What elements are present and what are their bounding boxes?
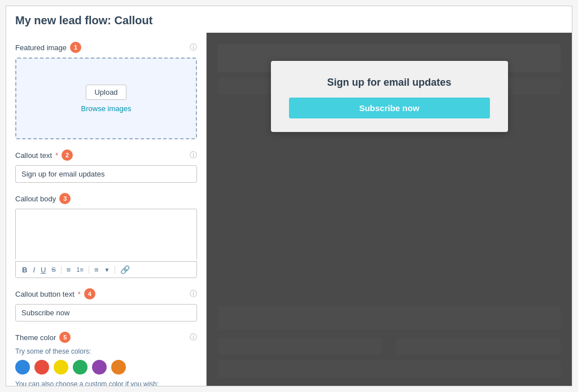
toolbar-link-button[interactable]: 🔗 bbox=[119, 264, 132, 275]
step-badge-1: 1 bbox=[70, 42, 81, 53]
step-badge-4: 4 bbox=[84, 288, 95, 299]
callout-text-section: Callout text * 2 ⓘ bbox=[15, 149, 197, 183]
callout-text-info-icon[interactable]: ⓘ bbox=[190, 150, 197, 160]
toolbar-strikethrough-button[interactable]: S bbox=[50, 265, 57, 274]
rich-text-toolbar: B I U S ≡ 1≡ ≡ ▼ 🔗 bbox=[15, 261, 197, 278]
color-swatch-blue[interactable] bbox=[15, 360, 30, 375]
theme-color-label: Theme color bbox=[15, 333, 56, 342]
color-swatch-orange[interactable] bbox=[111, 360, 126, 375]
callout-text-required: * bbox=[55, 151, 58, 160]
step-badge-5: 5 bbox=[59, 332, 71, 343]
toolbar-bold-button[interactable]: B bbox=[20, 265, 29, 275]
featured-image-label-row: Featured image 1 ⓘ bbox=[15, 42, 197, 53]
try-colors-label: Try some of these colors: bbox=[15, 347, 197, 355]
image-drop-zone[interactable]: Upload Browse images bbox=[15, 58, 197, 139]
toolbar-separator-2 bbox=[89, 266, 89, 274]
color-swatches bbox=[15, 360, 197, 375]
callout-preview-card: Sign up for email updates Subscribe now bbox=[271, 61, 508, 132]
theme-color-label-row: Theme color 5 ⓘ bbox=[15, 332, 197, 343]
callout-body-label: Callout body bbox=[15, 195, 56, 203]
upload-button[interactable]: Upload bbox=[86, 85, 126, 100]
color-swatch-green[interactable] bbox=[73, 360, 87, 375]
callout-text-label: Callout text bbox=[15, 151, 52, 160]
callout-preview-title: Sign up for email updates bbox=[327, 77, 451, 89]
callout-preview-button[interactable]: Subscribe now bbox=[289, 98, 490, 118]
callout-button-text-section: Callout button text * 4 ⓘ bbox=[15, 288, 197, 321]
toolbar-separator-3 bbox=[115, 266, 115, 274]
step-badge-2: 2 bbox=[62, 149, 73, 161]
preview-panel: Sign up for email updates Subscribe now bbox=[207, 33, 572, 386]
callout-button-text-input[interactable] bbox=[15, 304, 197, 321]
step-badge-3: 3 bbox=[59, 193, 71, 204]
bg-block-6 bbox=[218, 360, 561, 377]
bg-block-5 bbox=[396, 338, 561, 355]
theme-color-info-icon[interactable]: ⓘ bbox=[190, 332, 197, 342]
callout-text-input[interactable] bbox=[15, 165, 197, 183]
callout-body-label-row: Callout body 3 bbox=[15, 193, 197, 204]
color-swatch-red[interactable] bbox=[34, 360, 49, 375]
toolbar-align-button[interactable]: ≡ bbox=[93, 265, 100, 275]
toolbar-align-dropdown-button[interactable]: ▼ bbox=[102, 266, 111, 274]
custom-color-label: You can also choose a custom color if yo… bbox=[15, 380, 197, 386]
callout-text-label-row: Callout text * 2 ⓘ bbox=[15, 149, 197, 161]
featured-image-info-icon[interactable]: ⓘ bbox=[190, 42, 197, 52]
callout-button-required: * bbox=[78, 290, 81, 298]
toolbar-underline-button[interactable]: U bbox=[39, 265, 47, 275]
browse-images-link[interactable]: Browse images bbox=[81, 104, 132, 113]
toolbar-ul-button[interactable]: ≡ bbox=[65, 265, 73, 275]
color-swatch-yellow[interactable] bbox=[54, 360, 68, 375]
toolbar-italic-button[interactable]: I bbox=[31, 265, 37, 275]
bg-block-3 bbox=[218, 307, 561, 329]
callout-button-text-label: Callout button text bbox=[15, 290, 75, 298]
toolbar-ol-button[interactable]: 1≡ bbox=[75, 265, 85, 274]
toolbar-separator-1 bbox=[61, 266, 62, 274]
color-swatch-purple[interactable] bbox=[92, 360, 107, 375]
page-title: My new lead flow: Callout bbox=[15, 14, 563, 27]
callout-button-info-icon[interactable]: ⓘ bbox=[190, 289, 197, 299]
bg-block-4 bbox=[218, 338, 382, 355]
callout-button-text-label-row: Callout button text * 4 ⓘ bbox=[15, 288, 197, 299]
featured-image-label: Featured image bbox=[15, 43, 67, 52]
left-panel: Featured image 1 ⓘ Upload Browse images … bbox=[6, 33, 207, 386]
theme-color-section: Theme color 5 ⓘ Try some of these colors… bbox=[15, 332, 197, 386]
featured-image-section: Featured image 1 ⓘ Upload Browse images bbox=[15, 42, 197, 139]
callout-body-textarea[interactable] bbox=[15, 209, 197, 259]
callout-body-section: Callout body 3 B I U S ≡ 1≡ ≡ ▼ 🔗 bbox=[15, 193, 197, 278]
